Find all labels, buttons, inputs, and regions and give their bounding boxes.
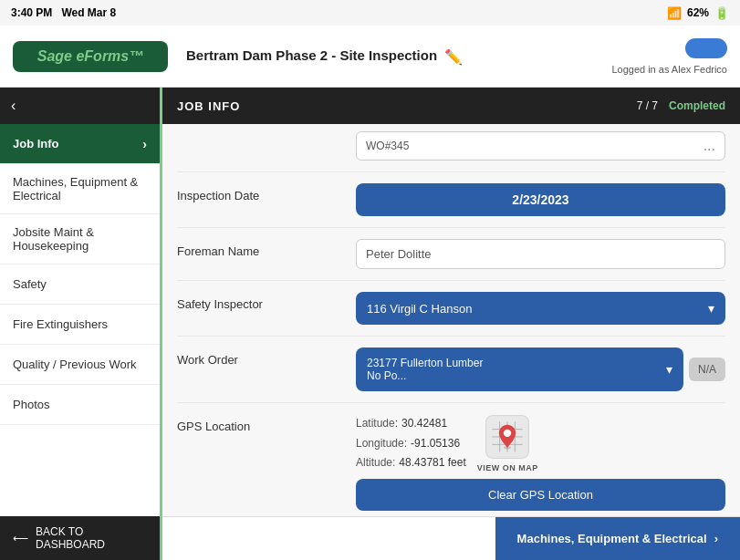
sidebar-item-photos[interactable]: Photos [0,385,160,425]
content-header: JOB INFO 7 / 7 Completed [162,88,740,124]
view-on-map-button[interactable]: VIEW ON MAP [477,414,538,472]
sidebar-item-fire-extinguishers[interactable]: Fire Extinguishers [0,305,160,345]
wo-truncated-row: WO#345 ... [177,124,725,172]
status-bar: 3:40 PM Wed Mar 8 📶 62% 🔋 [0,0,740,26]
gps-coordinates: Latitude:30.42481 Longitude:-91.05136 Al… [356,414,466,473]
back-arrow-icon: ⟵ [13,532,28,544]
sidebar-item-machines[interactable]: Machines, Equipment & Electrical [0,164,160,214]
edit-icon[interactable]: ✏️ [444,48,463,66]
inspection-date-label: Inspection Date [177,183,341,202]
chevron-down-icon: ▾ [666,362,672,377]
foreman-name-row: Foreman Name [177,228,725,281]
battery-icon: 🔋 [714,6,729,20]
chevron-right-icon: › [142,137,147,151]
status-badge: Completed [669,99,725,112]
progress-indicator: 7 / 7 [637,99,658,112]
form-title: Bertram Dam Phase 2 - Site Inspection [186,47,437,65]
back-to-dashboard-button[interactable]: ⟵ BACK TO DASHBOARD [0,516,160,560]
sidebar-item-jobsite[interactable]: Jobsite Maint & Housekeeping [0,214,160,264]
work-order-dropdown[interactable]: 23177 Fullerton Lumber No Po... ▾ [356,347,683,391]
toggle-switch[interactable] [685,38,727,58]
inspection-date-row: Inspection Date 2/23/2023 [177,172,725,228]
chevron-down-icon: ▾ [708,301,714,316]
sidebar-item-job-info[interactable]: Job Info › [0,124,160,164]
wifi-icon: 📶 [667,6,682,20]
inspection-date-button[interactable]: 2/23/2023 [356,183,725,216]
sidebar-item-quality[interactable]: Quality / Previous Work [0,345,160,385]
logged-in-label: Logged in as Alex Fedrico [611,64,727,75]
work-order-row: Work Order 23177 Fullerton Lumber No Po.… [177,337,725,403]
app-logo: Sage eForms™ [13,41,168,72]
safety-inspector-label: Safety Inspector [177,292,341,311]
next-section-button[interactable]: Machines, Equipment & Electrical › [495,517,740,560]
section-title: JOB INFO [177,99,240,113]
svg-point-8 [504,430,511,437]
work-order-na-button[interactable]: N/A [689,358,725,381]
gps-location-row: GPS Location Latitude:30.42481 Longitude… [177,403,725,516]
map-pin-icon [485,414,530,460]
sidebar-collapse-btn[interactable]: ‹ [0,88,160,124]
app-header: Sage eForms™ Bertram Dam Phase 2 - Site … [0,26,740,88]
sidebar-item-safety[interactable]: Safety [0,264,160,305]
chevron-right-icon: › [714,532,718,545]
sidebar: ‹ Job Info › Machines, Equipment & Elect… [0,88,162,560]
safety-inspector-row: Safety Inspector 116 Virgil C Hanson ▾ [177,281,725,337]
safety-inspector-dropdown[interactable]: 116 Virgil C Hanson ▾ [356,292,725,325]
content-area: JOB INFO 7 / 7 Completed WO#345 ... [162,88,740,560]
clear-gps-button[interactable]: Clear GPS Location [356,479,725,511]
foreman-name-label: Foreman Name [177,239,341,258]
foreman-name-input[interactable] [356,239,725,269]
bottom-nav: Machines, Equipment & Electrical › [162,516,740,560]
form-scroll-area: WO#345 ... Inspection Date 2/23/2023 For… [162,124,740,516]
status-time: 3:40 PM Wed Mar 8 [11,6,116,19]
wo-truncated-field[interactable]: WO#345 ... [356,131,725,161]
battery-level: 62% [687,6,709,19]
work-order-label: Work Order [177,347,341,367]
gps-location-label: GPS Location [177,414,341,433]
view-on-map-label: VIEW ON MAP [477,463,538,472]
